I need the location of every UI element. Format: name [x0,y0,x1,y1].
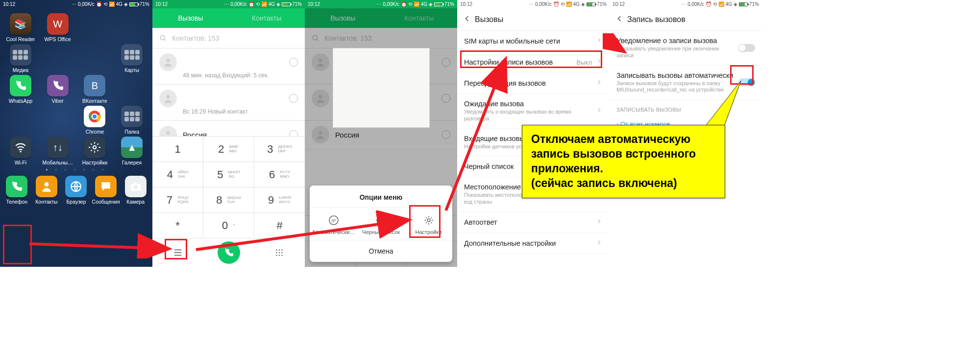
battery-icon [129,2,138,6]
highlight-phone-app [3,225,32,264]
dock-Браузер[interactable]: Браузер [61,174,91,205]
chevron-right-icon [596,239,603,248]
search-input[interactable]: Контактов: 153 [152,28,305,48]
key-6[interactable]: 6РСТУMNO [254,162,305,187]
app-ВКонтакте[interactable]: BВКонтакте [76,73,114,104]
svg-rect-9 [133,182,137,184]
svg-point-10 [160,35,165,40]
svg-text:IP: IP [331,218,336,223]
chevron-right-icon [596,218,603,227]
key-*[interactable]: * [152,213,203,238]
svg-point-17 [281,249,283,251]
menu-item-ip[interactable]: IPАвтоматически… [310,208,357,240]
tab-calls[interactable]: Вызовы [152,8,229,28]
app-WhatsApp[interactable]: WhatsApp [2,73,39,104]
app-Chrome[interactable]: Chrome [76,104,114,135]
setting-row[interactable]: SIM карты и мобильные сети [457,31,610,52]
status-time: 10:12 [3,1,15,7]
call-button[interactable] [218,241,240,264]
svg-marker-38 [706,81,741,126]
key-0[interactable]: 0+ [203,213,254,238]
cancel-button[interactable]: Отмена [310,240,452,262]
menu-item-block[interactable]: Черный список [357,208,405,240]
back-button[interactable] [614,14,624,25]
dock-Телефон[interactable]: Телефон [2,174,32,205]
key-5[interactable]: 5МНОПJKL [203,162,254,187]
blank-panel [333,48,430,128]
avatar [159,53,177,71]
tab-contacts[interactable]: Контакты [229,8,305,28]
svg-point-14 [166,131,170,135]
svg-point-15 [276,249,277,251]
app-Медиа[interactable]: Медиа [2,42,39,73]
key-9[interactable]: 9ЬЭЮЯWXYZ [254,187,305,213]
svg-point-8 [133,185,138,189]
key-4[interactable]: 4ИЙКЛGHI [152,162,203,187]
svg-point-2 [93,115,97,119]
status-bar: 10:12 ⋯0,00K/c⏰ ⟲ 📶4G◈71% [305,0,457,8]
toggle[interactable] [738,44,755,52]
call-log: 48 мин. назад Входящий: 5 сек. Вс 16:29 … [152,48,305,150]
svg-point-5 [45,182,49,187]
callout-box: Отключаем автоматическую запись вызовов … [522,125,725,198]
info-icon[interactable] [289,94,298,103]
app-Галерея[interactable]: ▲Галерея [113,135,150,165]
app-Папка[interactable]: Папка [113,104,150,135]
key-8[interactable]: 8ШЩЪЫTUV [203,187,254,213]
call-row[interactable] [152,84,305,108]
svg-point-3 [20,151,21,152]
back-button[interactable] [462,14,472,25]
chevron-right-icon [596,79,603,88]
status-bar: 10:12 ⋯ 0,00K/c ⏰ ⟲ 📶 4G ◈ 71% [0,0,152,8]
app-Viber[interactable]: Viber [39,73,76,104]
dock-Сообщения[interactable]: Сообщения [91,174,121,205]
app-Wi-Fi[interactable]: Wi-Fi [2,135,39,165]
setting-row[interactable]: Автоответ [457,212,610,233]
svg-point-20 [281,252,283,254]
svg-point-19 [279,252,280,254]
setting-row[interactable]: Уведомление о записи вызоваПоказывать ув… [610,31,762,66]
app-grid: 📚Cool ReaderWWPS OfficeМедиаКартыWhatsAp… [0,8,152,165]
app-Карты[interactable]: Карты [113,42,150,73]
highlight-record-row [460,50,602,68]
svg-point-22 [279,255,280,256]
search-icon [159,34,167,42]
svg-point-4 [93,146,97,149]
call-row[interactable] [152,48,305,72]
key-1[interactable]: 1 [152,137,203,162]
key-2[interactable]: 2АБВГABC [203,137,254,162]
app-WPS Office[interactable]: WWPS Office [39,11,76,42]
keypad-toggle-button[interactable] [254,247,305,258]
setting-row[interactable]: Переадресация вызовов [457,73,610,94]
info-icon[interactable] [289,58,298,67]
key-#[interactable]: # [254,213,305,238]
svg-point-21 [276,255,277,256]
highlight-settings-item [409,205,441,238]
page-indicator: ● ○ ○ ○ ○ ○ ○ [0,167,152,172]
svg-line-11 [164,39,166,41]
key-3[interactable]: 3ДЕЁЖЗDEF [254,137,305,162]
svg-line-32 [378,217,384,223]
dock-Камера[interactable]: Камера [121,174,150,205]
sheet-title: Опции меню [310,186,452,208]
phone-app-dialer: 10:12 ⋯0,00K/c⏰ ⟲ 📶4G◈71% Вызовы Контакт… [152,0,305,267]
status-bar: 10:12 ⋯0,00K/c⏰ ⟲ 📶4G◈71% [457,0,610,8]
chevron-right-icon [596,37,603,46]
status-bar: 10:12 ⋯0,00K/c⏰ ⟲ 📶4G◈71% [610,0,762,8]
app-Мобильны…[interactable]: ↑↓Мобильны… [39,135,76,165]
chevron-right-icon [596,107,603,116]
app-Настройки[interactable]: Настройки [76,135,114,165]
setting-row[interactable]: Дополнительные настройки [457,233,610,254]
callout-tail [706,81,745,130]
dock: ТелефонКонтактыБраузерСообщенияКамера [0,173,152,207]
status-bar: 10:12 ⋯0,00K/c⏰ ⟲ 📶4G◈71% [152,0,305,8]
setting-row[interactable]: Ожидание вызоваУведомлять о входящих выз… [457,94,610,129]
key-7[interactable]: 7ФХЦЧPQRS [152,187,203,213]
page-title: Запись вызовов [627,15,686,24]
svg-point-13 [166,95,170,98]
avatar [159,90,177,107]
svg-point-16 [279,249,280,251]
svg-point-23 [281,255,283,256]
dock-Контакты[interactable]: Контакты [32,174,62,205]
app-Cool Reader[interactable]: 📚Cool Reader [2,11,39,42]
